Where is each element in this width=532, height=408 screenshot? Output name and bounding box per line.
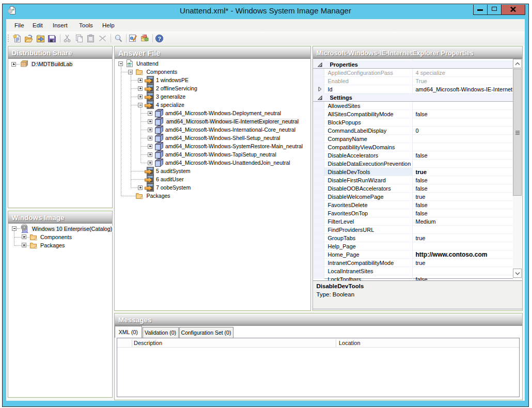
svg-text:?: ? — [158, 36, 161, 42]
